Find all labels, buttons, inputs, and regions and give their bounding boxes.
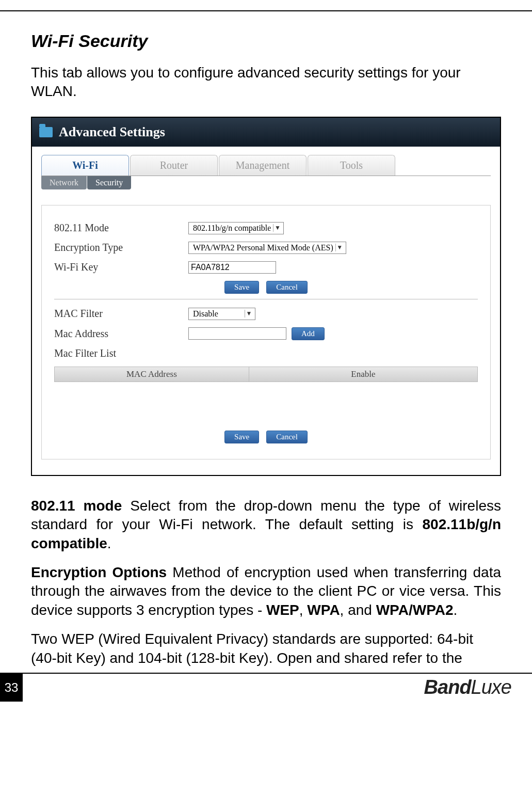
- select-80211-mode[interactable]: 802.11b/g/n compatible ▼: [188, 222, 284, 234]
- save-button-2[interactable]: Save: [224, 431, 259, 443]
- chevron-down-icon: ▼: [273, 224, 281, 232]
- settings-panel: 802.11 Mode 802.11b/g/n compatible ▼ Enc…: [41, 205, 491, 459]
- desc-encryption-options: Encryption Options Method of encryption …: [31, 563, 501, 620]
- input-wifi-key[interactable]: [188, 261, 276, 274]
- tab-router[interactable]: Router: [130, 155, 218, 176]
- page-footer: 33 BandLuxe: [0, 673, 532, 702]
- label-mac-filter-list: Mac Filter List: [54, 347, 116, 359]
- mac-filter-table-body: [54, 382, 478, 423]
- select-encryption-type-value: WPA/WPA2 Personal Mixed Mode (AES): [191, 243, 335, 252]
- desc-80211-mode-period: .: [107, 535, 111, 551]
- enc-type-wpa2: WPA/WPA2: [376, 602, 454, 618]
- chevron-down-icon: ▼: [245, 310, 253, 317]
- window-title: Advanced Settings: [59, 124, 165, 140]
- select-mac-filter[interactable]: Disable ▼: [188, 308, 255, 320]
- tab-tools[interactable]: Tools: [308, 155, 395, 176]
- brand-prefix: Band: [424, 676, 471, 698]
- col-mac-address: MAC Address: [55, 367, 249, 382]
- subtab-security[interactable]: Security: [87, 176, 131, 189]
- desc-80211-mode: 802.11 mode Select from the drop-down me…: [31, 497, 501, 553]
- window-titlebar: Advanced Settings: [32, 118, 500, 147]
- select-encryption-type[interactable]: WPA/WPA2 Personal Mixed Mode (AES) ▼: [188, 242, 346, 254]
- select-mac-filter-value: Disable: [191, 309, 220, 319]
- add-button[interactable]: Add: [292, 327, 325, 340]
- cancel-button-2[interactable]: Cancel: [266, 431, 308, 443]
- label-encryption-type: Encryption Type: [54, 242, 188, 253]
- enc-type-wep: WEP: [266, 602, 299, 618]
- chevron-down-icon: ▼: [335, 244, 344, 251]
- input-mac-address[interactable]: [188, 327, 286, 340]
- section-heading: Wi-Fi Security: [31, 31, 501, 51]
- folder-icon: [39, 127, 53, 137]
- label-wifi-key: Wi-Fi Key: [54, 261, 188, 273]
- desc-wep: Two WEP (Wired Equivalent Privacy) stand…: [31, 630, 501, 668]
- save-button[interactable]: Save: [224, 281, 259, 294]
- desc-80211-mode-label: 802.11 mode: [31, 498, 122, 514]
- tab-wifi[interactable]: Wi-Fi: [41, 155, 129, 176]
- mac-filter-table-header: MAC Address Enable: [54, 367, 478, 382]
- desc-enc-label: Encryption Options: [31, 564, 167, 580]
- page-number: 33: [0, 674, 23, 702]
- label-80211-mode: 802.11 Mode: [54, 222, 188, 234]
- subtab-network[interactable]: Network: [41, 176, 87, 189]
- screenshot-container: Advanced Settings Wi-Fi Router Managemen…: [31, 117, 501, 476]
- col-enable: Enable: [249, 367, 477, 382]
- brand-suffix: Luxe: [471, 676, 511, 698]
- select-80211-mode-value: 802.11b/g/n compatible: [191, 224, 273, 233]
- label-mac-filter: MAC Filter: [54, 308, 188, 320]
- intro-text: This tab allows you to configure advance…: [31, 63, 501, 101]
- enc-type-wpa: WPA: [307, 602, 340, 618]
- cancel-button[interactable]: Cancel: [266, 281, 308, 294]
- label-mac-address: Mac Address: [54, 328, 188, 340]
- brand-logo: BandLuxe: [424, 676, 511, 698]
- divider: [54, 299, 478, 299]
- tab-management[interactable]: Management: [219, 155, 307, 176]
